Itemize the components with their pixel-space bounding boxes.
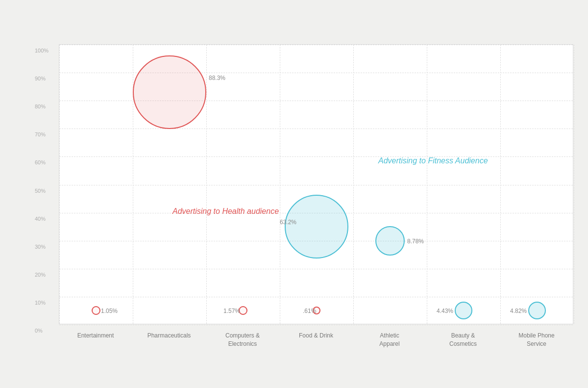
y-tick-label: 80% xyxy=(35,103,46,109)
x-labels: EntertainmentPharmaceuticalsComputers &E… xyxy=(59,324,573,388)
grid-line-v xyxy=(353,45,354,324)
grid-line-v xyxy=(206,45,207,324)
bubble-pharmaceuticals xyxy=(133,55,206,129)
bubble-beauty xyxy=(455,302,472,319)
bubble-athletic xyxy=(375,226,405,256)
grid-line xyxy=(59,129,573,129)
data-label-food-small: .61% xyxy=(303,308,316,314)
y-tick-label: 70% xyxy=(35,131,46,137)
grid-line-v xyxy=(574,45,574,324)
x-label-0: Entertainment xyxy=(59,324,132,388)
data-label-computers: 1.57% xyxy=(223,308,240,314)
y-tick-label: 40% xyxy=(35,216,46,222)
x-label-3: Food & Drink xyxy=(279,324,353,388)
annotation-fitness: Advertising to Fitness Audience xyxy=(378,156,488,165)
bubble-food xyxy=(285,195,348,259)
y-tick-label: 60% xyxy=(35,159,46,165)
data-label-beauty: 4.43% xyxy=(437,308,453,314)
data-label-entertainment: 1.05% xyxy=(101,308,118,314)
chart-area: 100%90%80%70%60%50%40%30%20%10%0%1.05%88… xyxy=(59,44,573,324)
data-label-mobile: 4.82% xyxy=(510,308,527,314)
y-axis-label xyxy=(5,44,15,324)
grid-line xyxy=(59,269,573,269)
x-label-4: AthleticApparel xyxy=(353,324,426,388)
x-label-2: Computers &Electronics xyxy=(206,324,279,388)
y-tick-label: 20% xyxy=(35,272,46,278)
grid-line-v xyxy=(427,45,427,324)
grid-line xyxy=(59,185,573,185)
chart-container: 100%90%80%70%60%50%40%30%20%10%0%1.05%88… xyxy=(0,0,588,388)
annotation-health: Advertising to Health audience xyxy=(172,207,279,216)
data-label-pharmaceuticals: 88.3% xyxy=(209,75,225,81)
data-label-athletic: 8.78% xyxy=(407,238,424,245)
data-label-food: 63.2% xyxy=(280,219,296,226)
x-label-5: Beauty &Cosmetics xyxy=(426,324,500,388)
y-tick-label: 0% xyxy=(35,328,43,334)
grid-line xyxy=(59,156,573,157)
y-tick-label: 100% xyxy=(35,48,49,53)
grid-line xyxy=(59,297,573,297)
y-tick-label: 10% xyxy=(35,300,46,306)
grid-line xyxy=(59,73,573,73)
bubble-entertainment xyxy=(92,306,100,315)
y-tick-label: 50% xyxy=(35,188,46,194)
grid-line-v xyxy=(500,45,501,324)
grid-line xyxy=(59,45,573,45)
x-label-6: Mobile PhoneService xyxy=(500,324,573,388)
grid-line-v xyxy=(280,45,280,324)
y-tick-label: 30% xyxy=(35,244,46,250)
x-label-1: Pharmaceuticals xyxy=(132,324,206,388)
y-tick-label: 90% xyxy=(35,76,46,81)
bubble-mobile xyxy=(528,302,546,319)
grid-line-v xyxy=(59,45,60,324)
